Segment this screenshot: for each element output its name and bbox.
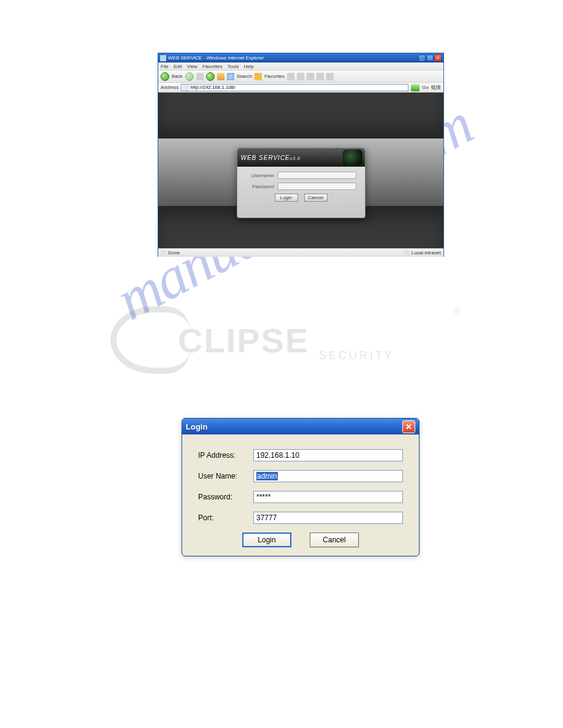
- user-name-input[interactable]: admin: [253, 470, 403, 482]
- edit-icon[interactable]: [316, 73, 324, 80]
- menu-bar: File Edit View Favorites Tools Help: [158, 63, 443, 70]
- discuss-icon[interactable]: [326, 73, 334, 80]
- zone-icon: [404, 250, 410, 256]
- registered-mark: ®: [454, 306, 460, 316]
- page-icon: [183, 85, 189, 91]
- login-box-header: WEB SERVICEv3.0: [237, 148, 365, 167]
- address-value: http://192.168.1.108/: [190, 85, 235, 90]
- username-input[interactable]: [278, 172, 356, 179]
- password-label: Password:: [246, 184, 275, 189]
- dialog-cancel-button[interactable]: Cancel: [310, 533, 359, 547]
- maximize-button[interactable]: □: [426, 55, 434, 61]
- status-zone: Local intranet: [412, 250, 441, 256]
- go-label[interactable]: Go: [422, 85, 429, 90]
- username-label: Username:: [246, 173, 275, 178]
- back-label[interactable]: Back: [172, 74, 183, 79]
- eclipse-logo: CLIPSE: [110, 300, 466, 380]
- cancel-button[interactable]: Cancel: [304, 194, 327, 202]
- menu-help[interactable]: Help: [243, 64, 253, 69]
- status-done: Done: [168, 250, 180, 256]
- back-icon[interactable]: [161, 72, 169, 81]
- address-bar: Address http://192.168.1.108/ Go 链接: [158, 83, 443, 93]
- search-icon[interactable]: [227, 73, 234, 80]
- login-dialog: Login ✕ IP Address: 192.168.1.10 User Na…: [182, 418, 419, 556]
- password-input[interactable]: *****: [253, 491, 403, 503]
- stop-icon[interactable]: [196, 73, 204, 80]
- history-icon[interactable]: [287, 73, 294, 80]
- web-service-login-box: WEB SERVICEv3.0 Username: Password: Logi…: [237, 148, 366, 218]
- status-done-icon: [161, 250, 166, 256]
- refresh-icon[interactable]: [206, 72, 215, 81]
- user-name-label: User Name:: [198, 472, 253, 480]
- close-button[interactable]: ×: [434, 55, 442, 61]
- login-button[interactable]: Login: [275, 194, 298, 202]
- login-brand: WEB SERVICEv3.0: [241, 154, 301, 161]
- menu-view[interactable]: View: [187, 64, 197, 69]
- address-input[interactable]: http://192.168.1.108/: [181, 84, 408, 91]
- links-label[interactable]: 链接: [431, 84, 441, 91]
- dialog-login-button[interactable]: Login: [242, 533, 291, 547]
- window-title: WEB SERVICE - Windows Internet Explorer: [168, 55, 418, 61]
- forward-icon[interactable]: [185, 72, 194, 81]
- mail-icon[interactable]: [297, 73, 304, 80]
- dialog-titlebar: Login ✕: [182, 419, 419, 434]
- camera-lens-icon: [343, 150, 362, 165]
- favorites-label[interactable]: Favorites: [264, 74, 285, 79]
- ip-address-label: IP Address:: [198, 451, 253, 460]
- password-input[interactable]: [278, 183, 356, 190]
- port-input[interactable]: 37777: [253, 512, 403, 524]
- menu-edit[interactable]: Edit: [174, 64, 182, 69]
- menu-file[interactable]: File: [161, 64, 169, 69]
- address-label: Address: [161, 85, 178, 90]
- home-icon[interactable]: [217, 73, 224, 80]
- eclipse-subtitle: SECURITY: [319, 349, 394, 362]
- status-bar: Done Local intranet: [158, 248, 443, 257]
- print-icon[interactable]: [307, 73, 314, 80]
- port-label: Port:: [198, 514, 253, 522]
- minimize-button[interactable]: _: [418, 55, 426, 61]
- go-button-icon[interactable]: [411, 84, 419, 91]
- password-label: Password:: [198, 493, 253, 501]
- browser-window: WEB SERVICE - Windows Internet Explorer …: [158, 53, 444, 257]
- eclipse-brand: CLIPSE: [178, 320, 309, 360]
- dialog-title: Login: [186, 422, 207, 431]
- close-icon: ✕: [405, 422, 412, 431]
- app-icon: [160, 55, 166, 61]
- search-label[interactable]: Search: [237, 74, 252, 79]
- page-content: WEB SERVICEv3.0 Username: Password: Logi…: [158, 93, 443, 248]
- window-titlebar: WEB SERVICE - Windows Internet Explorer …: [158, 53, 443, 63]
- dialog-close-button[interactable]: ✕: [402, 420, 415, 433]
- menu-tools[interactable]: Tools: [228, 64, 239, 69]
- toolbar: Back Search Favorites: [158, 70, 443, 83]
- ip-address-input[interactable]: 192.168.1.10: [253, 449, 403, 461]
- favorites-icon[interactable]: [255, 73, 262, 80]
- menu-favorites[interactable]: Favorites: [202, 64, 223, 69]
